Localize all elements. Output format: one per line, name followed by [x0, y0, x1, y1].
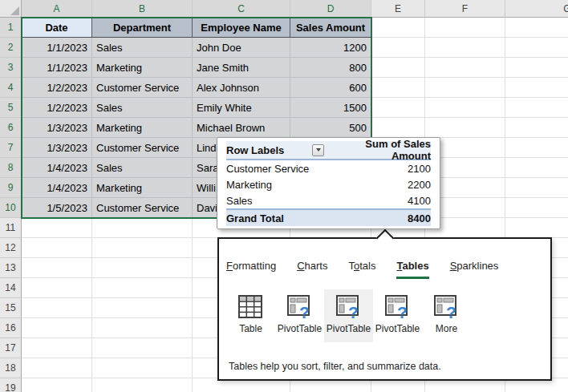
cell-B19[interactable] [92, 378, 193, 392]
tab-formatting[interactable]: Formatting [226, 260, 276, 279]
cell-B7[interactable]: Customer Service [92, 138, 193, 158]
cell-C4[interactable]: Alex Johnson [193, 78, 290, 98]
cell-C6[interactable]: Michael Brown [193, 118, 290, 138]
gallery-item-pivottable-3[interactable]: ?PivotTable [324, 289, 373, 342]
cell-C5[interactable]: Emily White [193, 98, 290, 118]
column-header-A[interactable]: A [22, 0, 92, 18]
cell-A1[interactable]: Date [22, 18, 92, 38]
gallery-item-pivottable-2[interactable]: ?PivotTable [275, 289, 324, 342]
cell-E4[interactable] [371, 78, 425, 98]
cell-E2[interactable] [371, 38, 425, 58]
cell-F4[interactable] [425, 78, 505, 98]
row-header-19[interactable]: 19 [0, 378, 22, 392]
cell-B11[interactable] [92, 218, 193, 238]
row-header-15[interactable]: 15 [0, 298, 22, 318]
select-all-button[interactable] [0, 0, 22, 18]
row-header-14[interactable]: 14 [0, 278, 22, 298]
row-header-8[interactable]: 8 [0, 158, 22, 178]
cell-D5[interactable]: 1500 [290, 98, 371, 118]
cell-E5[interactable] [371, 98, 425, 118]
cell-A2[interactable]: 1/1/2023 [22, 38, 92, 58]
gallery-item-pivottable-4[interactable]: ?PivotTable [373, 289, 422, 342]
column-header-D[interactable]: D [290, 0, 371, 18]
cell-D1[interactable]: Sales Amount [290, 18, 371, 38]
cell-A8[interactable]: 1/4/2023 [22, 158, 92, 178]
cell-B5[interactable]: Sales [92, 98, 193, 118]
cell-F6[interactable] [425, 118, 505, 138]
row-header-13[interactable]: 13 [0, 258, 22, 278]
tab-charts[interactable]: Charts [297, 260, 327, 279]
cell-G10[interactable] [505, 198, 568, 218]
row-header-16[interactable]: 16 [0, 318, 22, 338]
cell-A5[interactable]: 1/2/2023 [22, 98, 92, 118]
tab-totals[interactable]: Totals [348, 260, 375, 279]
cell-G8[interactable] [505, 158, 568, 178]
cell-E3[interactable] [371, 58, 425, 78]
cell-B2[interactable]: Sales [92, 38, 193, 58]
cell-B10[interactable]: Customer Service [92, 198, 193, 218]
column-header-B[interactable]: B [92, 0, 193, 18]
cell-A15[interactable] [22, 298, 92, 318]
cell-A6[interactable]: 1/3/2023 [22, 118, 92, 138]
row-header-12[interactable]: 12 [0, 238, 22, 258]
cell-A11[interactable] [22, 218, 92, 238]
cell-A13[interactable] [22, 258, 92, 278]
cell-B16[interactable] [92, 318, 193, 338]
cell-A19[interactable] [22, 378, 92, 392]
cell-F5[interactable] [425, 98, 505, 118]
cell-C2[interactable]: John Doe [193, 38, 290, 58]
cell-B6[interactable]: Marketing [92, 118, 193, 138]
cell-B8[interactable]: Sales [92, 158, 193, 178]
cell-A4[interactable]: 1/2/2023 [22, 78, 92, 98]
cell-A16[interactable] [22, 318, 92, 338]
column-header-G[interactable]: G [505, 0, 568, 18]
gallery-item-more-5[interactable]: ?More [422, 289, 471, 342]
cell-B13[interactable] [92, 258, 193, 278]
cell-D3[interactable]: 800 [290, 58, 371, 78]
cell-E1[interactable] [371, 18, 425, 38]
column-header-C[interactable]: C [193, 0, 290, 18]
cell-G4[interactable] [505, 78, 568, 98]
cell-F3[interactable] [425, 58, 505, 78]
row-header-4[interactable]: 4 [0, 78, 22, 98]
cell-A9[interactable]: 1/4/2023 [22, 178, 92, 198]
cell-E6[interactable] [371, 118, 425, 138]
cell-G9[interactable] [505, 178, 568, 198]
cell-F2[interactable] [425, 38, 505, 58]
row-header-9[interactable]: 9 [0, 178, 22, 198]
row-header-11[interactable]: 11 [0, 218, 22, 238]
row-header-10[interactable]: 10 [0, 198, 22, 218]
row-header-5[interactable]: 5 [0, 98, 22, 118]
cell-A3[interactable]: 1/1/2023 [22, 58, 92, 78]
cell-B14[interactable] [92, 278, 193, 298]
row-header-7[interactable]: 7 [0, 138, 22, 158]
column-header-E[interactable]: E [371, 0, 425, 18]
cell-A10[interactable]: 1/5/2023 [22, 198, 92, 218]
cell-A18[interactable] [22, 358, 92, 378]
cell-B12[interactable] [92, 238, 193, 258]
cell-B1[interactable]: Department [92, 18, 193, 38]
row-header-3[interactable]: 3 [0, 58, 22, 78]
row-header-6[interactable]: 6 [0, 118, 22, 138]
cell-G2[interactable] [505, 38, 568, 58]
cell-A12[interactable] [22, 238, 92, 258]
cell-A14[interactable] [22, 278, 92, 298]
cell-C3[interactable]: Jane Smith [193, 58, 290, 78]
row-header-17[interactable]: 17 [0, 338, 22, 358]
cell-B3[interactable]: Marketing [92, 58, 193, 78]
row-header-18[interactable]: 18 [0, 358, 22, 378]
cell-F1[interactable] [425, 18, 505, 38]
cell-B15[interactable] [92, 298, 193, 318]
row-header-2[interactable]: 2 [0, 38, 22, 58]
gallery-item-table-1[interactable]: Table [226, 289, 275, 342]
cell-B4[interactable]: Customer Service [92, 78, 193, 98]
cell-G3[interactable] [505, 58, 568, 78]
cell-G7[interactable] [505, 138, 568, 158]
cell-B17[interactable] [92, 338, 193, 358]
cell-B9[interactable]: Marketing [92, 178, 193, 198]
cell-D2[interactable]: 1200 [290, 38, 371, 58]
cell-G11[interactable] [505, 218, 568, 238]
cell-B18[interactable] [92, 358, 193, 378]
cell-C1[interactable]: Employee Name [193, 18, 290, 38]
cell-G6[interactable] [505, 118, 568, 138]
